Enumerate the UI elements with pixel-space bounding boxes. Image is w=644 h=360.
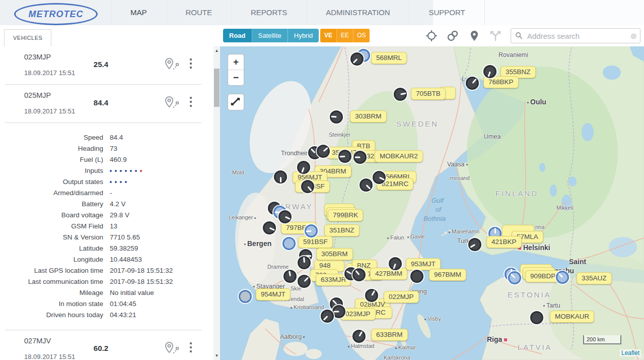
address-search: ⊗: [511, 28, 640, 43]
scrollbar-thumb[interactable]: [214, 69, 220, 107]
more-options-icon[interactable]: [187, 97, 194, 110]
vehicle-plate-label[interactable]: 967BMM: [429, 269, 466, 281]
route-fork-icon[interactable]: [489, 30, 502, 42]
vehicle-marker[interactable]: [410, 270, 423, 283]
vehicle-marker[interactable]: [352, 330, 366, 343]
vehicle-marker[interactable]: [353, 151, 367, 164]
zoom-out-button[interactable]: −: [228, 70, 244, 85]
vehicle-marker[interactable]: [556, 271, 569, 284]
vehicle-plate-label[interactable]: 351BNZ: [324, 224, 360, 236]
vehicle-marker[interactable]: [332, 305, 345, 318]
locate-icon[interactable]: [425, 30, 438, 42]
vehicle-marker[interactable]: [301, 180, 314, 193]
vehicle-plate-label[interactable]: 023MJP: [340, 308, 376, 320]
vehicle-marker[interactable]: [350, 52, 364, 66]
vehicle-plate-label[interactable]: 591BSF: [298, 236, 333, 248]
nav-tab-map[interactable]: MAP: [111, 0, 166, 25]
vehicle-marker[interactable]: [298, 256, 311, 269]
detail-label: GSM Field: [0, 221, 103, 232]
heading-needle: [379, 177, 384, 181]
vehicle-marker[interactable]: [330, 110, 343, 124]
maptype-satellite[interactable]: Satellite: [252, 29, 288, 42]
vehicle-marker[interactable]: [373, 171, 386, 184]
vehicle-plate-label[interactable]: 421BKP: [486, 236, 522, 248]
vehicle-marker[interactable]: [389, 257, 402, 270]
vehicle-plate-label[interactable]: 303BRM: [350, 110, 387, 123]
vehicle-plate-label[interactable]: 568MRL: [371, 52, 407, 64]
address-search-input[interactable]: [526, 29, 624, 42]
detail-value: 2017-09-18 15:51:32: [110, 276, 173, 287]
heading-needle: [510, 273, 515, 278]
vehicle-plate-label[interactable]: 799BRK: [328, 209, 363, 221]
zoom-in-button[interactable]: +: [228, 54, 244, 70]
detail-label: Inputs: [0, 165, 103, 176]
vehicle-plate-label[interactable]: 705BTB: [411, 88, 446, 100]
place-dot: [253, 286, 255, 287]
vehicle-list-item[interactable]: 025MJP84.418.09.2017 15:51: [0, 85, 213, 123]
layer-ee[interactable]: EE: [337, 29, 353, 42]
clear-search-icon[interactable]: ⊗: [630, 31, 637, 41]
heading-needle: [306, 230, 311, 232]
vehicle-marker[interactable]: [298, 275, 311, 288]
nav-tab-route[interactable]: ROUTE: [166, 0, 232, 25]
vehicle-list-item[interactable]: 027MJV60.218.09.2017 15:51: [0, 330, 213, 360]
vehicle-marker[interactable]: [317, 145, 330, 158]
vehicle-plate-label[interactable]: 427BMM: [370, 268, 407, 280]
vehicle-marker[interactable]: [239, 290, 252, 303]
nav-tab-reports[interactable]: REPORTS: [231, 0, 306, 25]
vehicle-marker[interactable]: [338, 150, 351, 163]
metrotec-logo[interactable]: METROTEC: [14, 3, 98, 25]
scroll-up-icon[interactable]: ▲: [213, 47, 220, 54]
track-history-icon[interactable]: [163, 57, 179, 73]
maptype-hybrid[interactable]: Hybrid: [288, 29, 319, 42]
vehicle-list-item[interactable]: 023MJP25.418.09.2017 15:51: [0, 46, 213, 84]
vehicle-plate-label[interactable]: 335AUZ: [577, 272, 612, 284]
track-history-icon[interactable]: [163, 95, 179, 111]
tab-vehicles[interactable]: VEHICLES: [4, 29, 51, 47]
vehicle-marker[interactable]: [483, 65, 496, 78]
leaflet-attribution[interactable]: Leaflet: [620, 349, 641, 356]
vehicle-plate-label[interactable]: 909BDP: [525, 270, 560, 282]
vehicle-marker[interactable]: [297, 161, 310, 174]
sidebar-scrollbar[interactable]: ▲ ▼: [213, 46, 220, 360]
vehicle-marker[interactable]: [352, 268, 366, 281]
vehicle-plate-label[interactable]: MOBKAUR2: [375, 150, 423, 162]
vehicle-marker[interactable]: [466, 77, 479, 90]
heading-needle: [303, 257, 305, 263]
vehicle-marker[interactable]: [365, 289, 378, 302]
vehicle-marker[interactable]: [508, 271, 521, 284]
vehicle-marker[interactable]: [321, 310, 334, 323]
vehicle-plate-label[interactable]: 022MJP: [384, 291, 419, 303]
vehicle-plate-label[interactable]: MOBKAUR: [550, 311, 594, 323]
vehicle-marker[interactable]: [394, 88, 407, 101]
more-options-icon[interactable]: [187, 342, 194, 355]
map-canvas[interactable]: + − RovaniemiLulOuluUmeaVaasaSWEDENStein…: [220, 46, 644, 360]
nav-tab-support[interactable]: SUPPORT: [409, 0, 485, 25]
layer-ve[interactable]: VE: [320, 29, 337, 42]
vehicle-plate-label[interactable]: 633BRM: [371, 329, 408, 341]
vehicle-marker[interactable]: [278, 210, 292, 223]
vehicle-plate: 023MJP: [24, 53, 51, 61]
vehicle-marker[interactable]: [305, 224, 318, 237]
layer-os[interactable]: OS: [353, 29, 370, 42]
vehicle-marker[interactable]: [360, 178, 373, 192]
link-icon[interactable]: [447, 30, 459, 42]
vehicle-plate-label[interactable]: 305BRM: [316, 248, 353, 260]
vehicle-marker[interactable]: [468, 238, 481, 251]
detail-value: 10.448453: [110, 254, 142, 265]
vehicle-marker[interactable]: [283, 270, 297, 283]
vehicle-marker[interactable]: [263, 221, 276, 234]
fullscreen-button[interactable]: [228, 94, 244, 110]
maptype-road[interactable]: Road: [223, 29, 252, 42]
track-history-icon[interactable]: [163, 341, 179, 357]
pin-icon[interactable]: [468, 30, 480, 42]
place-dot: [244, 244, 246, 245]
more-options-icon[interactable]: [187, 58, 194, 72]
vehicle-marker[interactable]: [282, 237, 296, 250]
nav-tab-administration[interactable]: ADMINISTRATION: [306, 0, 409, 25]
vehicle-marker[interactable]: [274, 170, 287, 184]
vehicle-marker[interactable]: [530, 311, 543, 324]
detail-label: Heading: [0, 143, 103, 154]
scroll-down-icon[interactable]: ▼: [213, 352, 220, 359]
vehicle-plate-label[interactable]: 954MJT: [256, 288, 291, 301]
